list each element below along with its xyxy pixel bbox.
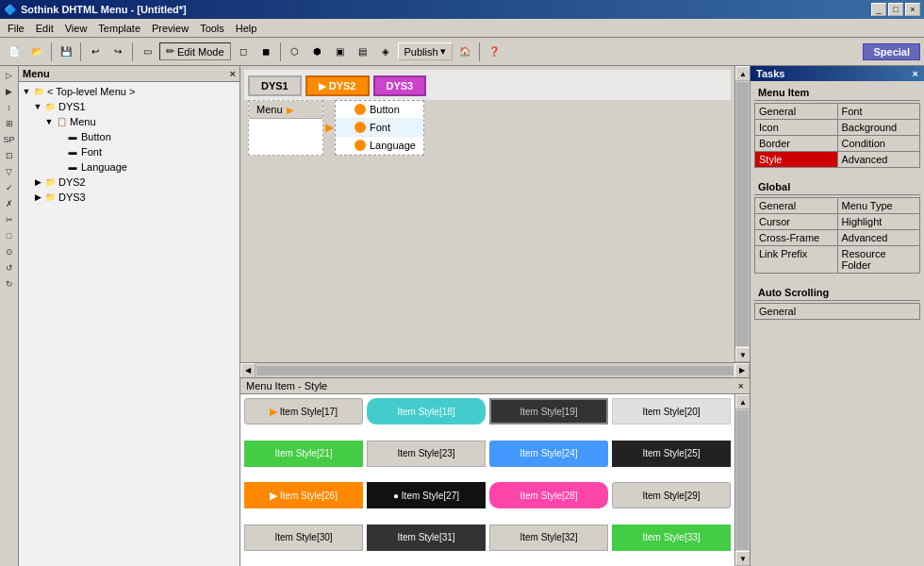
save-button[interactable]: 💾 — [56, 42, 76, 62]
style-item-24[interactable]: Item Style[24] — [489, 441, 608, 467]
menu-file[interactable]: File — [2, 21, 30, 36]
open-button[interactable]: 📂 — [26, 42, 47, 62]
menu-help[interactable]: Help — [230, 21, 263, 36]
global-linkprefix[interactable]: Link Prefix — [755, 246, 837, 273]
undo-button[interactable]: ↩ — [85, 42, 106, 62]
global-advanced[interactable]: Advanced — [838, 230, 920, 245]
scroll-left[interactable]: ◀ — [240, 363, 256, 378]
style-scroll-up[interactable]: ▲ — [735, 394, 750, 409]
menu-template[interactable]: Template — [92, 21, 146, 36]
style-item-30[interactable]: Item Style[30] — [244, 524, 363, 551]
global-highlight[interactable]: Highlight — [838, 214, 920, 229]
task-icon[interactable]: Icon — [755, 120, 837, 135]
help-button[interactable]: ❓ — [484, 42, 504, 62]
style-item-18[interactable]: Item Style[18] — [367, 398, 486, 424]
tree-toplevel[interactable]: ▼ 📁 < Top-level Menu > — [21, 84, 238, 99]
tree-button[interactable]: ▬ Button — [55, 129, 238, 144]
sidebar-icon-1[interactable]: ▷ — [2, 68, 17, 83]
style-scroll-down[interactable]: ▼ — [735, 551, 750, 566]
menu-edit[interactable]: Edit — [30, 21, 59, 36]
menu-item-button[interactable]: Button — [336, 101, 423, 119]
redo-button[interactable]: ↪ — [107, 42, 128, 62]
tree-dys1[interactable]: ▼ 📁 DYS1 — [32, 99, 238, 114]
menu-item-language[interactable]: Language — [336, 137, 423, 155]
global-menutype[interactable]: Menu Type — [838, 198, 920, 213]
scroll-down[interactable]: ▼ — [735, 347, 750, 362]
style-item-33[interactable]: Item Style[33] — [612, 524, 731, 551]
style-item-25[interactable]: Item Style[25] — [612, 441, 731, 467]
tb-icon9[interactable]: 🏠 — [454, 42, 475, 62]
tb-icon4[interactable]: ⬡ — [285, 42, 305, 62]
scroll-thumb[interactable] — [736, 82, 749, 346]
sidebar-icon-10[interactable]: ✂ — [2, 212, 17, 227]
task-advanced[interactable]: Advanced — [838, 152, 920, 167]
sidebar-icon-14[interactable]: ↻ — [2, 276, 17, 291]
new-button[interactable]: 📄 — [4, 42, 25, 62]
style-item-26[interactable]: ▶ Item Style[26] — [244, 482, 363, 508]
task-style[interactable]: Style — [755, 152, 837, 167]
maximize-button[interactable]: □ — [888, 3, 903, 16]
sidebar-icon-9[interactable]: ✗ — [2, 196, 17, 211]
publish-button[interactable]: Publish ▾ — [398, 42, 453, 60]
global-cursor[interactable]: Cursor — [755, 214, 837, 229]
menu-panel-close[interactable]: × — [230, 68, 236, 79]
global-resourcefolder[interactable]: Resource Folder — [838, 246, 920, 273]
dys2-tab[interactable]: ▶DYS2 — [305, 75, 370, 96]
sidebar-icon-11[interactable]: □ — [2, 228, 17, 243]
style-item-17[interactable]: ▶ Item Style[17] — [244, 398, 363, 424]
style-item-21[interactable]: Item Style[21] — [244, 441, 363, 467]
scroll-right[interactable]: ▶ — [734, 363, 750, 378]
sidebar-icon-5[interactable]: SP — [2, 132, 17, 147]
menu-tools[interactable]: Tools — [194, 21, 230, 36]
sidebar-icon-7[interactable]: ▽ — [2, 164, 17, 179]
style-scroll-thumb[interactable] — [736, 410, 749, 550]
task-condition[interactable]: Condition — [838, 136, 920, 151]
tb-icon1[interactable]: ▭ — [137, 42, 157, 62]
style-item-19[interactable]: Item Style[19] — [489, 398, 608, 424]
menu-view[interactable]: View — [59, 21, 93, 36]
tree-dys2[interactable]: ▶ 📁 DYS2 — [32, 175, 238, 190]
style-item-28[interactable]: Item Style[28] — [489, 482, 608, 508]
tb-icon7[interactable]: ▤ — [353, 42, 373, 62]
style-item-27[interactable]: ● Item Style[27] — [367, 482, 486, 508]
task-border[interactable]: Border — [755, 136, 837, 151]
tb-icon2[interactable]: ◻ — [233, 42, 254, 62]
dys1-tab[interactable]: DYS1 — [248, 75, 302, 96]
auto-general[interactable]: General — [755, 304, 919, 319]
menu-item-font[interactable]: Font — [336, 119, 423, 137]
tb-icon5[interactable]: ⬢ — [307, 42, 328, 62]
style-item-31[interactable]: Item Style[31] — [367, 524, 486, 551]
sidebar-icon-6[interactable]: ⊡ — [2, 148, 17, 163]
tree-menu[interactable]: ▼ 📋 Menu — [43, 114, 238, 129]
sidebar-icon-12[interactable]: ⊙ — [2, 244, 17, 259]
style-item-20[interactable]: Item Style[20] — [612, 398, 731, 424]
sidebar-icon-2[interactable]: ▶ — [2, 84, 17, 99]
menu-preview[interactable]: Preview — [146, 21, 194, 36]
minimize-button[interactable]: _ — [871, 3, 886, 16]
tasks-close[interactable]: × — [913, 68, 918, 79]
sidebar-icon-4[interactable]: ⊞ — [2, 116, 17, 131]
global-general[interactable]: General — [755, 198, 837, 213]
tb-icon3[interactable]: ◼ — [256, 42, 276, 62]
tb-icon8[interactable]: ◈ — [375, 42, 396, 62]
tree-dys3[interactable]: ▶ 📁 DYS3 — [32, 190, 238, 205]
tree-language[interactable]: ▬ Language — [55, 159, 238, 175]
scroll-up[interactable]: ▲ — [735, 66, 750, 81]
tree-font[interactable]: ▬ Font — [55, 144, 238, 159]
close-button[interactable]: × — [905, 3, 920, 16]
global-crossframe[interactable]: Cross-Frame — [755, 230, 837, 245]
sidebar-icon-3[interactable]: ↕ — [2, 100, 17, 115]
dys3-tab[interactable]: DYS3 — [373, 75, 427, 96]
sidebar-icon-8[interactable]: ✓ — [2, 180, 17, 195]
style-item-23[interactable]: Item Style[23] — [367, 441, 486, 467]
style-item-29[interactable]: Item Style[29] — [612, 482, 731, 508]
task-background[interactable]: Background — [838, 120, 920, 135]
task-general[interactable]: General — [755, 104, 837, 119]
scroll-thumb-h[interactable] — [256, 366, 734, 375]
style-panel-close[interactable]: × — [738, 380, 744, 391]
special-button[interactable]: Special — [863, 43, 920, 60]
tb-icon6[interactable]: ▣ — [330, 42, 351, 62]
sidebar-icon-13[interactable]: ↺ — [2, 260, 17, 275]
task-font[interactable]: Font — [838, 104, 920, 119]
style-item-32[interactable]: Item Style[32] — [489, 524, 608, 551]
